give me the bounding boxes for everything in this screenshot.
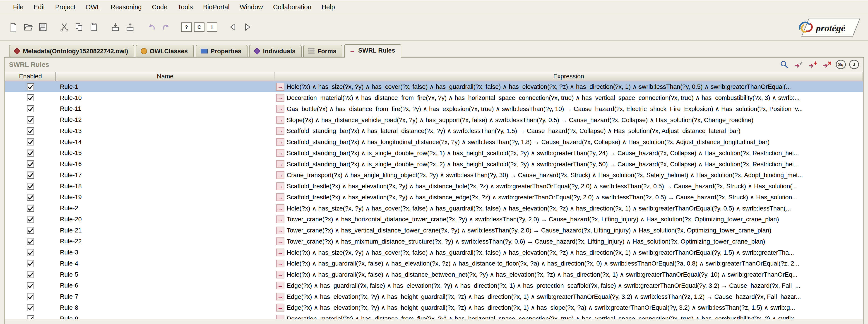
individuals-badge-icon[interactable]: I — [207, 23, 217, 32]
rule-enabled-checkbox[interactable] — [27, 160, 34, 168]
archive-export-icon[interactable] — [123, 21, 136, 34]
rule-enabled-checkbox[interactable] — [27, 94, 34, 101]
rule-enabled-checkbox[interactable] — [27, 105, 34, 113]
enabled-cell — [5, 94, 56, 101]
sqwrl-button[interactable]: Sq — [836, 60, 846, 69]
navigate-back-icon[interactable] — [226, 21, 240, 34]
rule-enabled-checkbox[interactable] — [27, 282, 34, 289]
rule-enabled-checkbox[interactable] — [27, 271, 34, 278]
rule-enabled-checkbox[interactable] — [27, 150, 34, 157]
redo-icon[interactable] — [160, 21, 173, 34]
rule-enabled-checkbox[interactable] — [27, 238, 34, 245]
copy-icon[interactable] — [72, 21, 86, 34]
swrl-rule-icon: → — [276, 282, 285, 289]
table-row-Rule-14[interactable]: Rule-14→Scaffold_standing_bar(?x) ∧ has_… — [5, 137, 863, 147]
table-row-Rule-6[interactable]: Rule-6→Edge(?x) ∧ has_guardrail(?x, fals… — [5, 280, 863, 291]
table-row-Rule-15[interactable]: Rule-15→Scaffold_standing_bar(?x) ∧ is_s… — [5, 147, 863, 158]
open-project-icon[interactable] — [22, 21, 35, 34]
column-header-name[interactable]: Name — [56, 71, 275, 81]
rule-expression-cell: →Gas_bottle(?x) ∧ has_distance_from_fire… — [275, 105, 863, 113]
table-row-Rule-16[interactable]: Rule-16→Scaffold_standing_bar(?x) ∧ is_s… — [5, 158, 863, 170]
menu-edit[interactable]: Edit — [29, 2, 50, 12]
menu-bioportal[interactable]: BioPortal — [198, 2, 235, 12]
rule-enabled-checkbox[interactable] — [27, 249, 34, 256]
table-row-Rule-4[interactable]: Rule-4→Hole(?x) ∧ has_guardrail(?x, fals… — [5, 258, 863, 269]
swrl-rule-icon: → — [276, 237, 285, 245]
rule-enabled-checkbox[interactable] — [27, 315, 34, 319]
jess-button[interactable]: J — [849, 60, 859, 69]
rule-enabled-checkbox[interactable] — [27, 83, 34, 90]
column-header-expression[interactable]: Expression — [275, 71, 863, 81]
menu-window[interactable]: Window — [235, 2, 268, 12]
rule-enabled-checkbox[interactable] — [27, 172, 34, 179]
table-row-Rule-12[interactable]: Rule-12→Slope(?x) ∧ has_distance_vehicle… — [5, 114, 863, 125]
tab-owlclasses[interactable]: OWLClasses — [136, 45, 194, 57]
table-row-Rule-17[interactable]: Rule-17→Crane_transport(?x) ∧ has_angle_… — [5, 170, 863, 181]
rule-expression-cell: →Edge(?x) ∧ has_guardrail(?x, false) ∧ h… — [275, 282, 863, 289]
menu-reasoning[interactable]: Reasoning — [105, 2, 147, 12]
rule-enabled-checkbox[interactable] — [27, 183, 34, 190]
rule-enabled-checkbox[interactable] — [27, 304, 34, 311]
table-row-Rule-18[interactable]: Rule-18→Scaffold_trestle(?x) ∧ has_eleva… — [5, 181, 863, 192]
rule-expression: Hole(?x) ∧ has_guardrail(?x, false) ∧ ha… — [287, 260, 799, 267]
rule-enabled-checkbox[interactable] — [27, 194, 34, 201]
table-row-Rule-7[interactable]: Rule-7→Edge(?x) ∧ has_elevation(?x, ?y) … — [5, 291, 863, 302]
delete-rule-button[interactable] — [822, 60, 833, 69]
paste-icon[interactable] — [87, 21, 100, 34]
new-project-icon[interactable] — [7, 21, 20, 34]
archive-import-icon[interactable] — [109, 21, 122, 34]
tab-metadata[interactable]: Metadata(Ontology1520822742.owl) — [9, 45, 134, 57]
tab-individuals[interactable]: Individuals — [249, 45, 302, 57]
edit-rule-button[interactable] — [794, 60, 804, 69]
menu-project[interactable]: Project — [50, 2, 81, 12]
navigate-forward-icon[interactable] — [241, 21, 254, 34]
table-row-Rule-21[interactable]: Rule-21→Tower_crane(?x) ∧ has_vertical_d… — [5, 225, 863, 236]
rule-enabled-checkbox[interactable] — [27, 116, 34, 123]
menu-code[interactable]: Code — [147, 2, 173, 12]
table-row-Rule-9[interactable]: Rule-9→Decoration_material(?x) ∧ has_dis… — [5, 313, 863, 319]
open-rule-editor-button[interactable] — [779, 60, 790, 69]
classes-badge-icon[interactable]: C — [194, 23, 205, 32]
create-rule-button[interactable] — [808, 60, 818, 69]
table-row-Rule-2[interactable]: Rule-2→Hole(?x) ∧ has_size(?x, ?y) ∧ has… — [5, 203, 863, 214]
rule-enabled-checkbox[interactable] — [27, 293, 34, 300]
table-row-Rule-8[interactable]: Rule-8→Edge(?x) ∧ has_elevation(?x, ?y) … — [5, 302, 863, 313]
menu-collaboration[interactable]: Collaboration — [268, 2, 316, 12]
rule-enabled-checkbox[interactable] — [27, 216, 34, 223]
cut-icon[interactable] — [58, 21, 71, 34]
rule-enabled-checkbox[interactable] — [27, 227, 34, 234]
table-row-Rule-10[interactable]: Rule-10→Decoration_material(?x) ∧ has_di… — [5, 92, 863, 103]
table-row-Rule-3[interactable]: Rule-3→Hole(?x) ∧ has_size(?x, ?y) ∧ has… — [5, 247, 863, 258]
tab-forms[interactable]: Forms — [303, 45, 342, 57]
table-row-Rule-11[interactable]: Rule-11→Gas_bottle(?x) ∧ has_distance_fr… — [5, 103, 863, 114]
column-header-enabled[interactable]: Enabled — [5, 71, 56, 81]
menu-owl[interactable]: OWL — [81, 2, 105, 12]
properties-rect-icon — [200, 49, 208, 54]
save-project-icon[interactable] — [36, 21, 50, 34]
enabled-cell — [5, 304, 56, 311]
enabled-cell — [5, 150, 56, 157]
rule-enabled-checkbox[interactable] — [27, 205, 34, 212]
tab-swrl-rules[interactable]: → SWRL Rules — [344, 44, 401, 58]
table-row-Rule-5[interactable]: Rule-5→Hole(?x) ∧ has_guardrail(?x, fals… — [5, 269, 863, 280]
menu-file[interactable]: File — [8, 2, 29, 12]
undo-icon[interactable] — [145, 21, 158, 34]
tab-label: Metadata(Ontology1520822742.owl) — [23, 48, 128, 55]
rule-enabled-checkbox[interactable] — [27, 260, 34, 267]
table-row-Rule-19[interactable]: Rule-19→Scaffold_trestle(?x) ∧ has_eleva… — [5, 192, 863, 203]
rule-expression-cell: →Hole(?x) ∧ has_size(?x, ?y) ∧ has_cover… — [275, 83, 863, 91]
table-row-Rule-20[interactable]: Rule-20→Tower_crane(?x) ∧ has_horizontal… — [5, 214, 863, 225]
rule-enabled-checkbox[interactable] — [27, 127, 34, 135]
rule-enabled-checkbox[interactable] — [27, 139, 34, 146]
swrl-arrow-icon: → — [349, 48, 355, 53]
query-badge-icon[interactable]: ? — [181, 23, 192, 32]
table-row-Rule-13[interactable]: Rule-13→Scaffold_standing_bar(?x) ∧ has_… — [5, 125, 863, 137]
table-row-Rule-1[interactable]: Rule-1→Hole(?x) ∧ has_size(?x, ?y) ∧ has… — [5, 81, 863, 92]
table-row-Rule-22[interactable]: Rule-22→Tower_crane(?x) ∧ has_mixmum_dis… — [5, 236, 863, 247]
rule-expression-cell: →Scaffold_standing_bar(?x) ∧ is_single_d… — [275, 149, 863, 157]
menu-tools[interactable]: Tools — [173, 2, 198, 12]
rule-expression: Hole(?x) ∧ has_size(?x, ?y) ∧ has_cover(… — [287, 249, 794, 256]
tab-properties[interactable]: Properties — [196, 45, 248, 57]
rule-expression-cell: →Decoration_material(?x) ∧ has_distance_… — [275, 94, 863, 102]
menu-help[interactable]: Help — [317, 2, 340, 12]
